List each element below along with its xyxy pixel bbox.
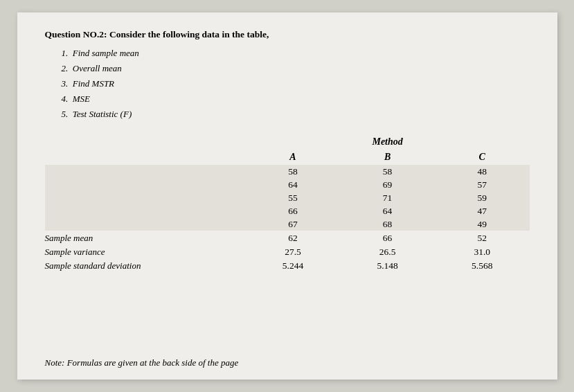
table-row: 55 71 59 [45,191,530,204]
table-row: 66 64 47 [45,204,530,217]
data-table: Method A B C 58 58 48 [45,134,530,272]
note: Note: Formulas are given at the back sid… [45,350,530,368]
stat-row-stddev: Sample standard deviation 5.244 5.148 5.… [45,258,530,272]
table-row: 67 68 49 [45,217,530,231]
instruction-1: 1. Find sample mean [62,46,530,61]
instruction-2: 2. Overall mean [62,61,530,76]
col-a-header: A [246,150,341,165]
stat-row-variance: Sample variance 27.5 26.5 31.0 [45,244,530,258]
instruction-3: 3. Find MSTR [62,76,530,91]
empty-header [45,134,246,150]
stat-row-mean: Sample mean 62 66 52 [45,231,530,244]
instruction-4: 4. MSE [62,91,530,107]
col-b-header: B [340,150,435,165]
table-row: 64 69 57 [45,178,530,191]
col-empty [45,150,246,165]
question-rest: Consider the following data in the table… [107,29,269,39]
page: Question NO.2: Consider the following da… [17,12,557,380]
instruction-5: 5. Test Statistic (F) [62,107,530,122]
question-title: Question NO.2: Consider the following da… [45,29,530,40]
method-header: Method [246,134,530,150]
col-c-header: C [435,150,530,165]
question-bold: Question NO.2: [45,29,107,39]
instructions-list: 1. Find sample mean 2. Overall mean 3. F… [62,46,530,122]
table-row: 58 58 48 [45,165,530,178]
table-section: Method A B C 58 58 48 [45,134,530,350]
